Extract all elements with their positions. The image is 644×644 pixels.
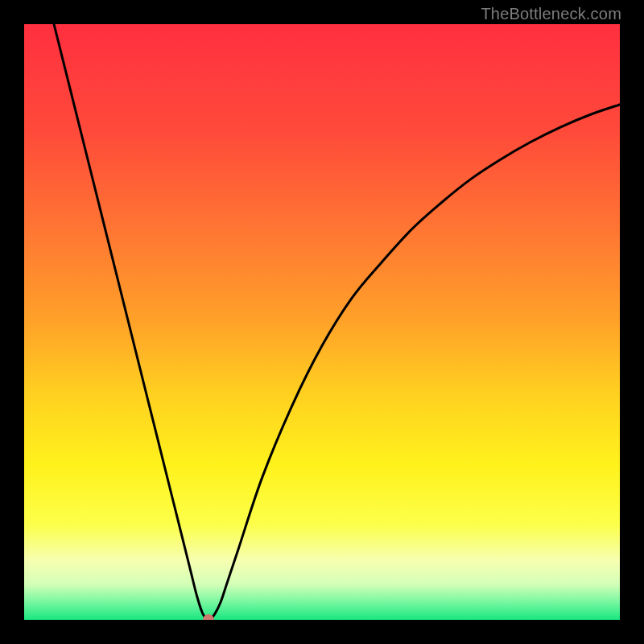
optimal-point-marker bbox=[203, 614, 214, 620]
bottleneck-curve bbox=[24, 24, 620, 620]
chart-frame: TheBottleneck.com bbox=[0, 0, 644, 644]
watermark-text: TheBottleneck.com bbox=[481, 5, 621, 23]
plot-area bbox=[24, 24, 620, 620]
